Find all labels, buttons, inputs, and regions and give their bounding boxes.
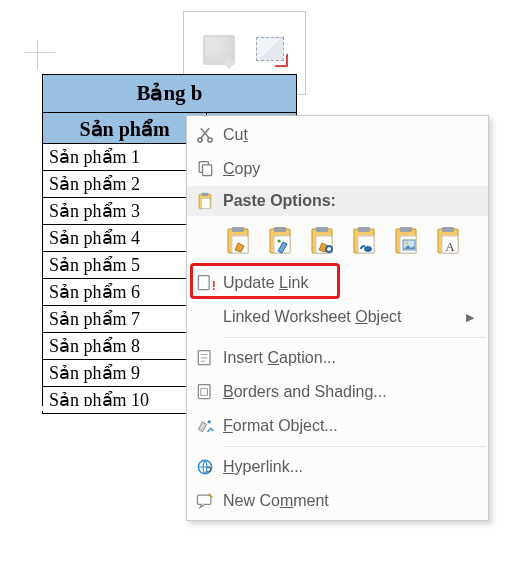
svg-point-24 [406,242,409,245]
table-cell-product: Sản phẩm 8 [43,333,207,360]
menu-format-object[interactable]: Format Object... [187,409,488,443]
svg-rect-39 [198,495,211,504]
copy-icon [187,159,223,179]
menu-new-comment[interactable]: New Comment [187,484,488,518]
menu-cut-label: Cut [223,126,474,144]
svg-text:A: A [445,239,455,254]
svg-rect-5 [202,193,209,196]
picture-style-icon [200,33,238,67]
svg-rect-26 [442,227,454,232]
paste-link-and-keep-source[interactable] [307,222,341,260]
table-title: Bảng b [43,75,297,113]
menu-insert-caption-label: Insert Caption... [223,349,474,367]
context-menu: Cut Copy Paste Options: A [186,115,489,521]
borders-icon [187,382,223,402]
svg-point-13 [277,239,280,242]
svg-rect-29 [198,276,209,290]
submenu-arrow-icon: ▶ [466,311,474,324]
table-cell-product: Sản phẩm 6 [43,279,207,306]
menu-update-link-label: Update Link [223,274,474,292]
paste-picture[interactable] [391,222,425,260]
svg-rect-6 [202,199,210,209]
hyperlink-icon [187,457,223,477]
table-cell-product: Sản phẩm 2 [43,171,207,198]
menu-paste-options-header: Paste Options: [187,186,488,216]
table-cell-product: Sản phẩm 5 [43,252,207,279]
menu-hyperlink-label: Hyperlink... [223,458,474,476]
cut-icon [187,125,223,145]
table-cell-product: Sản phẩm 4 [43,225,207,252]
menu-separator [223,337,486,338]
svg-point-1 [208,138,212,142]
menu-copy[interactable]: Copy [187,152,488,186]
menu-new-comment-label: New Comment [223,492,474,510]
paste-icon [187,191,223,211]
table-cell-product: Sản phẩm 9 [43,360,207,387]
menu-format-object-label: Format Object... [223,417,474,435]
svg-rect-21 [400,227,412,232]
paste-link-and-use-destination[interactable] [349,222,383,260]
menu-paste-options-label: Paste Options: [223,192,474,210]
menu-linked-worksheet-object-label: Linked Worksheet Object [223,308,460,326]
paste-options-row: A [187,216,488,266]
paste-keep-source-formatting[interactable] [223,222,257,260]
menu-linked-worksheet-object[interactable]: Linked Worksheet Object ▶ [187,300,488,334]
svg-rect-35 [198,385,210,399]
table-cell-product: Sản phẩm 7 [43,306,207,333]
svg-rect-11 [274,227,286,232]
menu-borders-and-shading[interactable]: Borders and Shading... [187,375,488,409]
new-comment-icon [187,491,223,511]
svg-rect-31 [198,351,210,365]
svg-text:!: ! [212,279,215,293]
svg-point-0 [198,138,202,142]
svg-rect-3 [203,165,212,176]
format-object-icon [187,416,223,436]
table-cell-product: Sản phẩm 1 [43,144,207,171]
paste-use-destination-styles[interactable] [265,222,299,260]
menu-update-link[interactable]: ! Update Link [187,266,488,300]
update-link-icon: ! [187,273,223,293]
menu-cut[interactable]: Cut [187,118,488,152]
menu-copy-label: Copy [223,160,474,178]
ruler-corner [25,40,55,70]
menu-borders-label: Borders and Shading... [223,383,474,401]
svg-rect-8 [232,227,244,232]
crop-icon [252,33,290,67]
table-cell-product: Sản phẩm 3 [43,198,207,225]
svg-rect-15 [316,227,328,232]
svg-point-37 [208,420,211,423]
insert-caption-icon [187,348,223,368]
paste-keep-text-only[interactable]: A [433,222,467,260]
menu-hyperlink[interactable]: Hyperlink... [187,450,488,484]
svg-rect-18 [358,227,370,232]
menu-insert-caption[interactable]: Insert Caption... [187,341,488,375]
menu-separator [223,446,486,447]
table-header-col1: Sản phẩm [43,113,207,144]
